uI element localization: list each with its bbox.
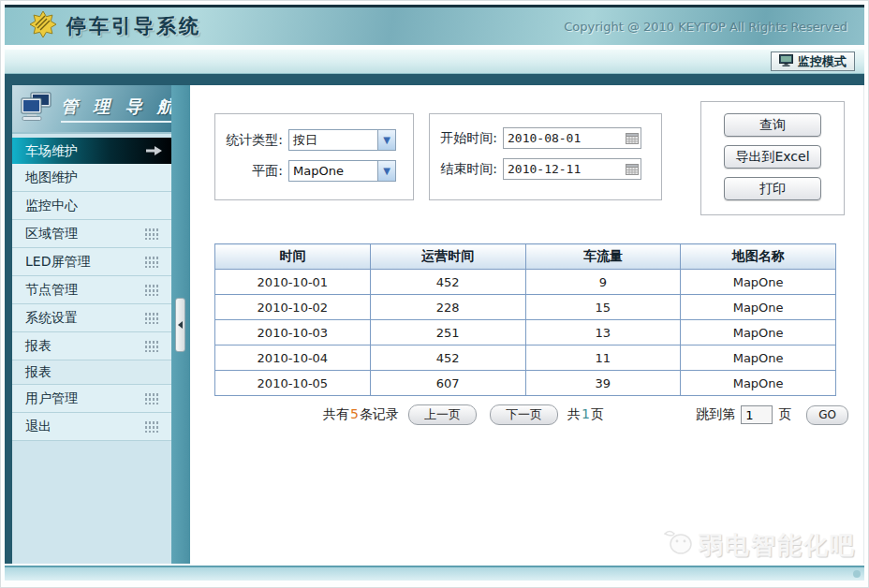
query-button[interactable]: 查询 bbox=[724, 113, 821, 137]
sidebar-item-parking-maintenance[interactable]: 车场维护 bbox=[12, 138, 171, 164]
content-area: 统计类型: 按日 ▼ 平面: MapOne ▼ bbox=[190, 85, 864, 564]
watermark: 弱电智能化吧 bbox=[661, 528, 856, 562]
sidebar-item-monitor-center[interactable]: 监控中心 bbox=[12, 192, 171, 220]
cell-operating-time: 228 bbox=[370, 295, 525, 320]
cell-map-name: MapOne bbox=[681, 371, 836, 396]
cell-operating-time: 452 bbox=[370, 345, 525, 371]
export-excel-button[interactable]: 导出到Excel bbox=[724, 145, 821, 169]
sidebar-item-label: 地图维护 bbox=[25, 164, 171, 191]
sidebar-item-label: LED屏管理 bbox=[25, 248, 144, 275]
table-row: 2010-10-02 228 15 MapOne bbox=[215, 295, 836, 320]
record-count-number: 5 bbox=[349, 406, 360, 421]
sidebar-item-label: 报表 bbox=[25, 360, 171, 384]
page-count-text: 共1页 bbox=[567, 406, 604, 423]
cell-operating-time: 251 bbox=[370, 320, 525, 345]
sidebar-title: 管 理 导 航 bbox=[61, 96, 179, 123]
pagination-bar: 共有5条记录 上一页 下一页 共1页 跳到第 页 GO bbox=[214, 404, 848, 425]
logo-area: 停车引导系统 bbox=[29, 10, 201, 42]
sidebar-item-reports[interactable]: 报表 bbox=[12, 332, 171, 360]
page-count-number: 1 bbox=[581, 406, 591, 421]
start-date-field-wrap bbox=[503, 127, 641, 149]
grid-dots-icon bbox=[144, 340, 158, 352]
stat-type-label: 统计类型: bbox=[215, 132, 283, 149]
action-button-box: 查询 导出到Excel 打印 bbox=[700, 101, 845, 215]
cell-map-name: MapOne bbox=[681, 295, 836, 320]
date-filter-box: 开始时间: bbox=[429, 113, 662, 200]
sidebar-item-user-management[interactable]: 用户管理 bbox=[12, 385, 171, 413]
sidebar-item-system-settings[interactable]: 系统设置 bbox=[12, 304, 171, 332]
sidebar-item-map-maintenance[interactable]: 地图维护 bbox=[12, 164, 171, 192]
sidebar-divider bbox=[171, 85, 190, 564]
table-header-row: 时间 运营时间 车流量 地图名称 bbox=[215, 244, 836, 270]
monitor-mode-button[interactable]: 监控模式 bbox=[771, 51, 855, 71]
collapse-arrow-icon bbox=[178, 321, 183, 329]
grid-dots-icon bbox=[144, 228, 158, 240]
status-bar bbox=[5, 566, 864, 581]
sidebar-header: 管 理 导 航 bbox=[12, 85, 171, 134]
end-date-input[interactable] bbox=[504, 162, 626, 176]
cell-map-name: MapOne bbox=[681, 320, 836, 345]
cell-time: 2010-10-01 bbox=[215, 270, 371, 295]
sidebar: 管 理 导 航 车场维护 地图维护 监控中心 区域管理 LED屏管理 bbox=[12, 85, 171, 564]
sidebar-item-reports-sub[interactable]: 报表 bbox=[12, 360, 171, 385]
jump-page-input[interactable] bbox=[741, 405, 773, 424]
sidebar-item-led-management[interactable]: LED屏管理 bbox=[12, 248, 171, 276]
start-date-input[interactable] bbox=[504, 131, 626, 145]
computer-icon bbox=[20, 92, 53, 125]
start-time-label: 开始时间: bbox=[430, 130, 497, 147]
sidebar-item-label: 用户管理 bbox=[25, 385, 144, 412]
monitor-mode-label: 监控模式 bbox=[798, 53, 847, 70]
end-date-field-wrap bbox=[503, 158, 641, 180]
sidebar-filler bbox=[12, 441, 171, 564]
calendar-icon[interactable] bbox=[626, 163, 639, 175]
table-row: 2010-10-05 607 39 MapOne bbox=[215, 371, 836, 396]
app-title: 停车引导系统 bbox=[66, 13, 201, 39]
jump-label: 跳到第 bbox=[696, 406, 735, 423]
arrow-right-icon bbox=[146, 145, 162, 156]
app-logo-starburst-icon bbox=[29, 10, 57, 42]
page-jump-group: 跳到第 页 GO bbox=[696, 405, 848, 425]
sidebar-item-area-management[interactable]: 区域管理 bbox=[12, 220, 171, 248]
sidebar-item-label: 区域管理 bbox=[25, 220, 144, 247]
sidebar-item-label: 车场维护 bbox=[25, 138, 146, 165]
grid-dots-icon bbox=[144, 284, 158, 296]
cell-traffic: 15 bbox=[525, 295, 681, 320]
main-frame: 管 理 导 航 车场维护 地图维护 监控中心 区域管理 LED屏管理 bbox=[5, 74, 864, 564]
stat-type-select[interactable]: 按日 ▼ bbox=[288, 129, 396, 151]
plane-select[interactable]: MapOne ▼ bbox=[288, 160, 396, 182]
toolbar: 监控模式 bbox=[5, 50, 864, 74]
sidebar-item-label: 退出 bbox=[25, 413, 144, 440]
cell-time: 2010-10-05 bbox=[215, 371, 371, 396]
prev-page-button[interactable]: 上一页 bbox=[408, 404, 477, 425]
sidebar-item-exit[interactable]: 退出 bbox=[12, 413, 171, 441]
print-button[interactable]: 打印 bbox=[724, 177, 821, 200]
cell-map-name: MapOne bbox=[681, 345, 836, 371]
filter-panel: 统计类型: 按日 ▼ 平面: MapOne ▼ bbox=[214, 113, 845, 215]
plane-label: 平面: bbox=[215, 163, 283, 180]
cell-traffic: 11 bbox=[525, 345, 681, 371]
column-header-operating-time: 运营时间 bbox=[370, 244, 525, 270]
table-row: 2010-10-01 452 9 MapOne bbox=[215, 270, 836, 295]
cell-traffic: 9 bbox=[525, 270, 681, 295]
watermark-text: 弱电智能化吧 bbox=[699, 529, 856, 562]
grid-dots-icon bbox=[144, 312, 158, 324]
table-row: 2010-10-04 452 11 MapOne bbox=[215, 345, 836, 371]
jump-suffix-label: 页 bbox=[778, 406, 791, 423]
column-header-time: 时间 bbox=[215, 244, 371, 270]
grid-dots-icon bbox=[144, 256, 158, 268]
record-count-text: 共有5条记录 bbox=[323, 406, 399, 423]
watermark-mascot-icon bbox=[661, 528, 693, 562]
cell-traffic: 39 bbox=[525, 371, 681, 396]
column-header-traffic: 车流量 bbox=[525, 244, 681, 270]
stat-type-value: 按日 bbox=[289, 130, 377, 150]
table-row: 2010-10-03 251 13 MapOne bbox=[215, 320, 836, 345]
cell-traffic: 13 bbox=[525, 320, 681, 345]
calendar-icon[interactable] bbox=[626, 132, 639, 144]
go-button[interactable]: GO bbox=[806, 405, 848, 425]
top-banner: 停车引导系统 Copyright @ 2010 KEYTOP All Right… bbox=[5, 5, 864, 46]
app-window: 停车引导系统 Copyright @ 2010 KEYTOP All Right… bbox=[0, 0, 869, 588]
sidebar-collapse-handle[interactable] bbox=[175, 298, 185, 352]
sidebar-item-node-management[interactable]: 节点管理 bbox=[12, 276, 171, 304]
cell-time: 2010-10-03 bbox=[215, 320, 371, 345]
next-page-button[interactable]: 下一页 bbox=[490, 404, 558, 425]
